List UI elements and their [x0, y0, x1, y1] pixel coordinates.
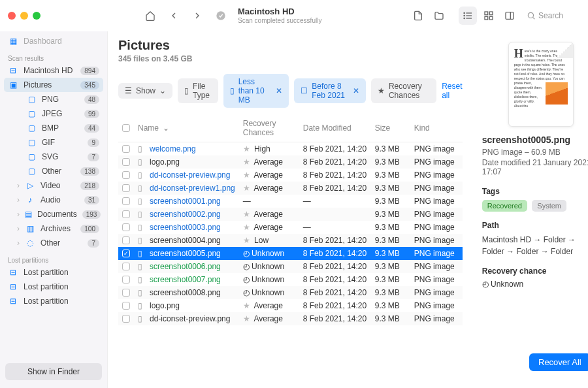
table-row[interactable]: ▯logo.png★ Average8 Feb 2021, 14:209.3 M…	[118, 299, 463, 312]
sidebar-lost-partition[interactable]: ⊟Lost partition	[0, 294, 107, 308]
row-checkbox[interactable]	[122, 236, 130, 244]
select-all-checkbox[interactable]	[122, 124, 130, 132]
svg-line-14	[533, 18, 535, 20]
window-close[interactable]	[8, 12, 16, 20]
row-checkbox[interactable]	[122, 210, 130, 218]
sidebar-item-other2[interactable]: ›◌Other7	[0, 236, 107, 250]
row-checkbox[interactable]	[122, 263, 130, 270]
row-checkbox[interactable]	[122, 158, 130, 166]
table-row[interactable]: ▯screenshot0001.png ——9.3 MBPNG image	[118, 195, 463, 208]
table-row[interactable]: ▯screenshot0003.png★ Average—9.3 MBPNG i…	[118, 221, 463, 234]
recover-all-button[interactable]: Recover All	[529, 353, 588, 371]
table-row[interactable]: ▯screenshot0008.png◴ Unknown8 Feb 2021, …	[118, 286, 463, 299]
count-badge: 345	[80, 81, 99, 89]
detail-date: Date modified 21 January 2021, 17:07	[482, 158, 588, 176]
file-icon: ▯	[138, 210, 146, 219]
other-icon: ◌	[25, 238, 35, 248]
filter-recovery-chances[interactable]: ★Recovery Chances	[371, 78, 436, 103]
row-checkbox[interactable]	[122, 145, 130, 153]
disk-icon: ⊟	[8, 66, 18, 75]
row-checkbox[interactable]	[122, 184, 130, 192]
search-placeholder: Search	[538, 11, 563, 20]
tag-system[interactable]: System	[532, 200, 566, 212]
sidebar-item-other[interactable]: ▢Other138	[0, 164, 107, 178]
table-row[interactable]: ▯dd-iconset-preview1.png★ Average8 Feb 2…	[118, 182, 463, 195]
tag-recovered[interactable]: Recovered	[482, 200, 527, 212]
row-checkbox[interactable]	[122, 302, 130, 310]
sidebar-lost-partition[interactable]: ⊟Lost partition	[0, 280, 107, 294]
table-row[interactable]: ▯screenshot0007.png◴ Unknown8 Feb 2021, …	[118, 273, 463, 286]
forward-button[interactable]	[188, 7, 206, 25]
column-date[interactable]: Date Modified	[299, 121, 371, 135]
table-row[interactable]: ▯screenshot0006.png◴ Unknown8 Feb 2021, …	[118, 260, 463, 273]
grid-view-icon[interactable]	[480, 7, 498, 25]
file-preview: Here's to the crazy ones. The misfits. T…	[508, 42, 574, 127]
table-row[interactable]: ▯logo.png★ Average8 Feb 2021, 14:209.3 M…	[118, 155, 463, 169]
folder-icon[interactable]	[430, 7, 448, 25]
filetype-icon: ▢	[26, 167, 37, 176]
table-row[interactable]: ▯screenshot0004.png★ Low8 Feb 2021, 14:2…	[118, 234, 463, 247]
sidebar-item-pictures[interactable]: ▣ Pictures 345	[4, 78, 103, 92]
row-checkbox[interactable]	[122, 197, 130, 205]
table-row[interactable]: ▯dd-iconset-preview.png★ Average8 Feb 20…	[118, 169, 463, 182]
cell-kind: PNG image	[410, 221, 463, 234]
sidebar-item-documents[interactable]: ›▤Documents193	[0, 207, 107, 221]
close-icon[interactable]: ✕	[276, 86, 282, 95]
sidebar-item-png[interactable]: ▢PNG48	[0, 92, 107, 106]
sidebar-item-label: SVG	[42, 152, 58, 161]
sidebar-item-svg[interactable]: ▢SVG7	[0, 150, 107, 164]
reset-all-link[interactable]: Reset all	[442, 82, 463, 100]
sidebar-item-archives[interactable]: ›▥Archives100	[0, 221, 107, 236]
row-checkbox[interactable]	[122, 250, 130, 257]
show-dropdown[interactable]: ☰Show⌄	[118, 83, 172, 99]
window-zoom[interactable]	[33, 12, 41, 20]
cell-date: —	[299, 195, 371, 208]
cell-kind: PNG image	[410, 142, 463, 155]
window-minimize[interactable]	[20, 12, 28, 20]
sidebar-item-label: BMP	[42, 123, 59, 133]
cell-recovery: ◴ Unknown	[239, 260, 299, 273]
svg-point-4	[464, 12, 465, 13]
back-button[interactable]	[165, 7, 183, 25]
cell-kind: PNG image	[410, 195, 463, 208]
table-row[interactable]: ▯welcome.png★ High8 Feb 2021, 14:209.3 M…	[118, 142, 463, 155]
table-row[interactable]: ▯screenshot0005.png◴ Unknown8 Feb 2021, …	[118, 247, 463, 260]
filter-size[interactable]: ▯Less than 10 MB✕	[223, 74, 289, 108]
list-view-icon[interactable]	[459, 7, 477, 25]
search-input[interactable]: Search	[521, 8, 580, 23]
sidebar-toggle-icon[interactable]	[500, 7, 519, 25]
column-recovery[interactable]: Recovery Chances	[239, 117, 299, 139]
sidebar-item-audio[interactable]: ›♪Audio31	[0, 193, 107, 207]
show-in-finder-button[interactable]: Show in Finder	[5, 363, 102, 380]
cell-recovery: ★ Average	[239, 182, 299, 195]
row-checkbox[interactable]	[122, 171, 130, 179]
cell-date: 8 Feb 2021, 14:20	[299, 312, 371, 325]
column-name[interactable]: Name ⌄	[134, 121, 239, 135]
table-row[interactable]: ▯screenshot0002.png★ Average9.3 MBPNG im…	[118, 208, 463, 221]
row-checkbox[interactable]	[122, 276, 130, 283]
row-checkbox[interactable]	[122, 315, 130, 323]
sidebar-item-gif[interactable]: ▢GIF9	[0, 135, 107, 150]
video-icon: ▷	[25, 181, 35, 190]
row-checkbox[interactable]	[122, 289, 130, 297]
cell-kind: PNG image	[410, 247, 463, 260]
column-kind[interactable]: Kind	[410, 121, 463, 135]
sidebar-item-bmp[interactable]: ▢BMP44	[0, 121, 107, 135]
sidebar-item-jpeg[interactable]: ▢JPEG99	[0, 106, 107, 121]
calendar-icon: ☐	[301, 86, 308, 95]
filter-file-type[interactable]: ▯File Type	[178, 78, 218, 103]
row-checkbox[interactable]	[122, 223, 130, 231]
sidebar-item-video[interactable]: ›▷Video218	[0, 178, 107, 193]
column-size[interactable]: Size	[371, 121, 410, 135]
sidebar-lost-partition[interactable]: ⊟Lost partition	[0, 265, 107, 280]
new-doc-icon[interactable]	[409, 7, 427, 25]
cell-date: 8 Feb 2021, 14:20	[299, 286, 371, 299]
sidebar-dashboard[interactable]: ▦ Dashboard	[0, 34, 107, 48]
table-row[interactable]: ▯dd-iconset-preview.png★ Average8 Feb 20…	[118, 312, 463, 325]
filter-date[interactable]: ☐Before 8 Feb 2021✕	[294, 78, 366, 103]
count-badge: 31	[84, 196, 99, 204]
close-icon[interactable]: ✕	[353, 86, 359, 95]
dashboard-icon: ▦	[8, 37, 18, 46]
sidebar-item-macintosh-hd[interactable]: ⊟ Macintosh HD 894	[0, 63, 107, 78]
home-icon[interactable]	[141, 7, 159, 25]
